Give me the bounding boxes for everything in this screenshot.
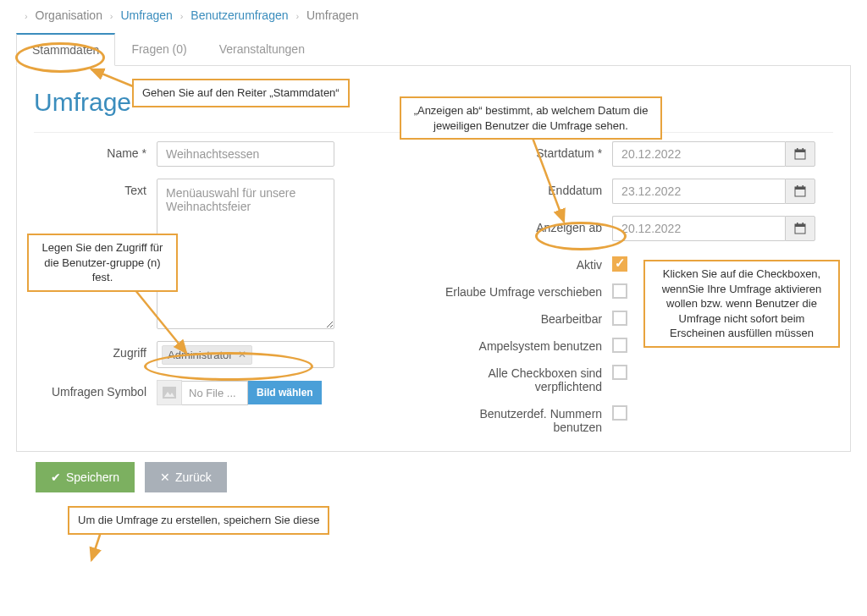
annotation-ellipse [144,352,313,381]
text-input[interactable] [157,179,334,329]
tab-fragen[interactable]: Fragen (0) [115,33,202,66]
callout-stammdaten: Gehen Sie auf den Reiter „Stammdaten“ [132,79,350,107]
file-name-label: No File ... [182,381,248,405]
svg-rect-11 [795,224,805,227]
label-nummern: Benutzerdef. Nummern benutzen [434,402,612,434]
callout-zugriff: Legen Sie den Zugriff für die Benutzer-g… [27,234,178,292]
callout-anzeigen: „Anzeigen ab“ bestimmt, ab welchem Datum… [400,96,662,140]
back-label: Zurück [175,470,212,484]
bearbeitbar-checkbox[interactable] [612,311,627,326]
annotation-ellipse [535,222,627,250]
svg-rect-12 [797,223,798,225]
label-checkboxen: Alle Checkboxen sind verpflichtend [434,361,612,393]
breadcrumb-item: Organisation [36,8,102,22]
checkboxen-checkbox[interactable] [612,365,627,380]
chevron-right-icon: › [295,11,299,21]
chevron-right-icon: › [25,11,28,21]
annotation-ellipse [15,42,105,73]
anzeigen-ab-input[interactable] [612,216,785,241]
label-symbol: Umfragen Symbol [34,380,157,399]
label-aktiv: Aktiv [434,253,612,272]
callout-aktiv: Klicken Sie auf die Checkboxen, wennSie … [643,260,840,348]
close-icon: ✕ [160,470,170,484]
calendar-icon[interactable] [785,216,815,241]
enddatum-input[interactable] [612,179,785,204]
save-button[interactable]: ✔ Speichern [36,462,135,492]
svg-rect-7 [795,187,805,190]
nummern-checkbox[interactable] [612,405,627,421]
check-icon: ✔ [51,470,61,484]
chevron-right-icon: › [180,11,184,21]
breadcrumb-link[interactable]: Umfragen [120,8,172,22]
name-input[interactable] [157,141,334,167]
callout-save: Um die Umfrage zu erstellen, speichern S… [68,506,329,535]
tab-veranstaltungen[interactable]: Veranstaltungen [203,33,321,66]
label-startdatum: Startdatum * [434,141,612,160]
ampel-checkbox[interactable] [612,338,627,353]
verschieben-checkbox[interactable] [612,283,627,299]
label-text: Text [34,179,157,197]
calendar-icon[interactable] [785,179,815,204]
label-enddatum: Enddatum [434,179,612,197]
label-ampel: Ampelsystem benutzen [434,334,612,353]
label-verschieben: Erlaube Umfrage verschieben [434,280,612,299]
svg-rect-8 [797,185,798,188]
label-name: Name * [34,141,157,160]
calendar-icon[interactable] [785,141,815,167]
svg-rect-9 [803,185,804,188]
svg-rect-3 [795,150,805,152]
svg-rect-4 [797,148,798,151]
breadcrumb-link[interactable]: Benutzerumfragen [191,8,288,22]
svg-rect-5 [803,148,804,151]
label-zugriff: Zugriff [34,341,157,360]
svg-rect-13 [803,223,804,225]
image-placeholder-icon [157,380,182,405]
chevron-right-icon: › [110,11,113,21]
save-label: Speichern [66,470,119,484]
label-bearbeitbar: Bearbeitbar [434,307,612,326]
choose-file-button[interactable]: Bild wählen [248,381,322,404]
startdatum-input[interactable] [612,141,785,167]
back-button[interactable]: ✕ Zurück [145,462,227,492]
action-bar: ✔ Speichern ✕ Zurück [0,452,867,492]
breadcrumb: › Organisation › Umfragen › Benutzerumfr… [0,0,867,32]
tab-bar: Stammdaten Fragen (0) Veranstaltungen [16,32,851,66]
aktiv-checkbox[interactable] [612,256,627,272]
breadcrumb-current: Umfragen [306,8,358,22]
